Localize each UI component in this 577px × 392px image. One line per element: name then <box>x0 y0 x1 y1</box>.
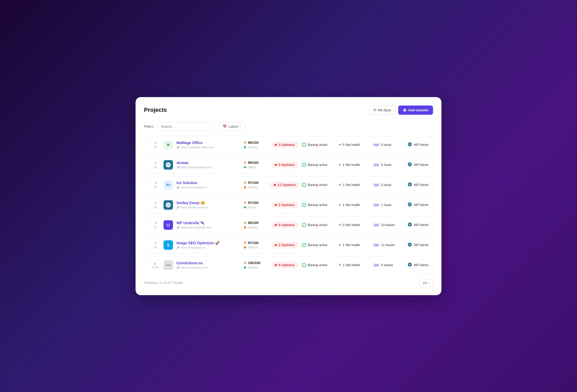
per-page-select[interactable]: 10 ▾ <box>420 279 433 287</box>
backup-text: Backup active <box>308 263 328 267</box>
resync-button[interactable]: ↻ Re-Sync <box>369 106 396 115</box>
speed-indicator <box>244 206 246 208</box>
backup-col: ✓ Backup active <box>302 223 339 227</box>
site-name[interactable]: Ice Solution <box>176 181 244 185</box>
wp-admin-col[interactable]: W WP Admin <box>402 222 429 228</box>
site-url: 🔗 https://imageseo.io <box>176 246 244 249</box>
projects-list: ↗ Up M Maillage Office 🔗 https://maillag… <box>144 136 433 274</box>
health-text: 0 Site health <box>343 223 360 227</box>
status-col: ↗ Up <box>148 241 162 249</box>
wp-admin-text[interactable]: WP Admin <box>414 183 429 187</box>
wp-admin-text[interactable]: WP Admin <box>414 143 429 147</box>
speed-indicator <box>244 266 246 269</box>
wp-admin-text[interactable]: WP Admin <box>414 203 429 207</box>
arrow-down-icon: ↙ <box>154 261 157 265</box>
site-url: 🔗 https://airwaxfreefly.com <box>176 166 244 169</box>
google-icon: G <box>244 221 247 225</box>
site-url: 🔗 https://ice-solution.fr <box>176 186 244 189</box>
updates-dot <box>275 204 277 206</box>
issues-text: 0 Issue <box>381 163 392 167</box>
svg-text:W: W <box>409 203 411 206</box>
updates-badge[interactable]: 5 Updates <box>271 222 299 228</box>
wp-admin-col[interactable]: W WP Admin <box>402 142 429 147</box>
speed-value: 1902ms <box>247 226 258 229</box>
speed-value: 1312ms <box>247 146 258 149</box>
wp-admin-text[interactable]: WP Admin <box>414 163 429 167</box>
issues-col: php 1 Issue <box>373 203 402 207</box>
wp-admin-text[interactable]: WP Admin <box>414 263 429 267</box>
updates-col[interactable]: 5 Updates <box>268 262 302 268</box>
wp-admin-col[interactable]: W WP Admin <box>402 182 429 188</box>
heart-icon: ♥ <box>339 243 341 247</box>
site-name[interactable]: Convictions.eu <box>176 261 244 265</box>
table-row: ↗ Up W Airwax 🔗 https://airwaxfreefly.co… <box>144 156 433 174</box>
score-col: G 97/100 652ms <box>244 201 268 209</box>
score-col: G 100/100 1064ms <box>244 261 268 269</box>
updates-col[interactable]: 9 Updates <box>268 161 302 168</box>
speed-indicator <box>244 166 246 168</box>
google-score-value: 99/100 <box>248 161 258 165</box>
link-icon: 🔗 <box>176 166 180 169</box>
google-score-value: 95/100 <box>248 221 258 225</box>
backup-check-icon: ✓ <box>302 243 306 247</box>
backup-text: Backup active <box>308 143 328 147</box>
updates-col[interactable]: 2 Updates <box>268 202 302 208</box>
speed-value: 638ms <box>247 166 256 169</box>
status-text: Up <box>154 206 157 209</box>
wp-admin-col[interactable]: W WP Admin <box>402 262 429 268</box>
updates-text: 2 Updates <box>278 243 295 247</box>
table-row: ↗ Up W Smiley Emoji 😊 🔗 https://smiley-e… <box>144 196 433 214</box>
google-score-value: 97/100 <box>248 201 258 205</box>
updates-col[interactable]: 5 Updates <box>268 222 302 228</box>
speed-value: 1064ms <box>247 266 258 269</box>
table-row: ↙ Down — Convictions.eu 🔗 https://convic… <box>144 256 433 274</box>
site-info-col: Ice Solution 🔗 https://ice-solution.fr <box>174 181 244 189</box>
heart-icon: ♥ <box>339 163 341 167</box>
updates-badge[interactable]: 3 Updates <box>271 141 299 148</box>
site-name[interactable]: Image SEO Optimizer 🚀 <box>176 241 244 245</box>
table-row: ↗ Up ICe Ice Solution 🔗 https://ice-solu… <box>144 176 433 194</box>
logo-col: S <box>162 240 174 250</box>
updates-col[interactable]: 12 Updates <box>268 181 302 188</box>
date-filter[interactable]: 📅 Latest ▾ <box>219 122 244 131</box>
backup-text: Backup active <box>308 223 328 227</box>
add-website-button[interactable]: ⊕ Add website <box>398 106 433 115</box>
site-info-col: WP Umbrella 🌂 🔗 https://wp-umbrella.com <box>174 221 244 229</box>
arrow-up-icon: ↗ <box>154 241 157 245</box>
wp-admin-col[interactable]: W WP Admin <box>402 242 429 248</box>
site-name[interactable]: Smiley Emoji 😊 <box>176 201 244 205</box>
updates-badge[interactable]: 2 Updates <box>271 242 299 248</box>
updates-col[interactable]: 3 Updates <box>268 141 302 148</box>
svg-text:W: W <box>167 163 170 166</box>
health-text: 1 Site health <box>343 163 360 167</box>
site-name[interactable]: WP Umbrella 🌂 <box>176 221 244 225</box>
table-row: ↗ Up U WP Umbrella 🌂 🔗 https://wp-umbrel… <box>144 216 433 234</box>
updates-badge[interactable]: 9 Updates <box>271 161 299 168</box>
health-text: 1 Site health <box>343 263 360 267</box>
site-name[interactable]: Airwax <box>176 161 244 165</box>
site-name[interactable]: Maillage Office <box>176 141 244 145</box>
wp-icon: W <box>407 242 412 248</box>
updates-badge[interactable]: 2 Updates <box>271 202 299 208</box>
speed-indicator <box>244 226 246 228</box>
link-icon: 🔗 <box>176 186 180 189</box>
status-text: Up <box>154 166 157 169</box>
updates-badge[interactable]: 5 Updates <box>271 262 299 268</box>
issues-text: 10 Issues <box>381 223 395 227</box>
updates-col[interactable]: 2 Updates <box>268 242 302 248</box>
updates-text: 5 Updates <box>278 263 295 267</box>
backup-check-icon: ✓ <box>302 163 306 167</box>
filters-label: Filters <box>144 125 153 128</box>
search-input[interactable] <box>157 122 215 131</box>
wp-admin-col[interactable]: W WP Admin <box>402 162 429 168</box>
status-text: Up <box>154 146 157 149</box>
status-text: Up <box>154 246 157 249</box>
wp-admin-text[interactable]: WP Admin <box>414 243 429 247</box>
php-icon: php <box>373 263 380 267</box>
health-text: 1 Site health <box>343 243 360 247</box>
wp-admin-col[interactable]: W WP Admin <box>402 202 429 208</box>
wp-admin-text[interactable]: WP Admin <box>414 223 429 227</box>
updates-badge[interactable]: 12 Updates <box>270 181 299 188</box>
health-text: 1 Site health <box>343 183 360 187</box>
status-col: ↗ Up <box>148 161 162 169</box>
